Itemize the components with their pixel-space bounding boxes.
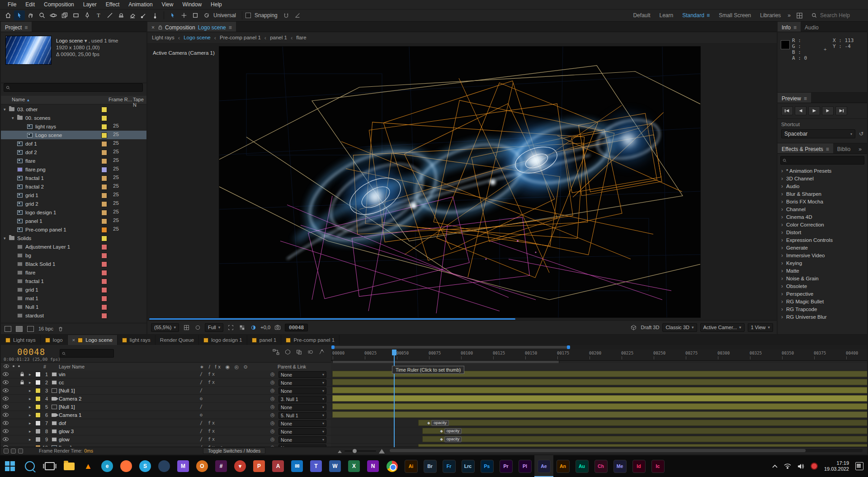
label-color-swatch[interactable] [101, 107, 107, 113]
layer-switches[interactable]: / fx [200, 427, 259, 435]
item-label[interactable]: 03. other [17, 107, 38, 112]
zoom-in-mountain-icon[interactable] [379, 449, 385, 453]
time-navigator[interactable] [331, 345, 867, 349]
taskbar-app-button[interactable]: M [174, 455, 193, 477]
zoom-out-mountain-icon[interactable] [338, 449, 342, 453]
effects-category-row[interactable]: › Expression Controls [778, 236, 867, 244]
scrollbar-thumb[interactable] [390, 449, 806, 452]
zoom-slider-track[interactable] [344, 450, 376, 452]
layer-duration-row[interactable]: ◆opacity [331, 435, 867, 444]
disclosure-chevron-icon[interactable]: › [781, 306, 783, 312]
effects-category-row[interactable]: › Color Correction [778, 221, 867, 228]
disclosure-chevron-icon[interactable]: › [781, 237, 783, 243]
layer-color-swatch[interactable] [35, 437, 41, 442]
item-label[interactable]: flare [25, 270, 35, 275]
parent-link-select[interactable]: None▾ [278, 371, 326, 378]
taskbar-app-button[interactable]: W [326, 455, 344, 477]
project-item-row[interactable]: ▾ fractal 1 25 [1, 174, 146, 182]
taskbar-app-button[interactable]: Ai [401, 455, 420, 477]
effects-category-label[interactable]: RG Magic Bullet [786, 299, 824, 304]
roto-brush-tool[interactable] [138, 10, 149, 20]
taskbar-app-button[interactable]: Pr [496, 455, 515, 477]
timeline-tab[interactable]: × light rays [118, 335, 156, 345]
column-frame-rate[interactable]: Frame R... [108, 97, 132, 102]
mask-toggle-icon[interactable] [193, 324, 202, 331]
pickwhip-icon[interactable]: ◎ [270, 370, 275, 378]
item-label[interactable]: grid 2 [25, 201, 38, 207]
parent-link-select[interactable]: 5. Null 1▾ [278, 412, 326, 419]
layer-switches[interactable]: / fx [200, 378, 259, 386]
label-color-swatch[interactable] [101, 210, 107, 216]
layer-duration-row[interactable]: ◆opacity [331, 427, 867, 435]
draft-3d-icon[interactable] [629, 324, 637, 331]
layer-color-swatch[interactable] [35, 429, 41, 434]
item-label[interactable]: panel 1 [25, 218, 42, 224]
breadcrumb-label[interactable]: panel 1 [270, 35, 287, 40]
exposure-icon[interactable] [249, 324, 257, 331]
disclosure-chevron-icon[interactable]: › [781, 206, 783, 213]
expand-arrow-icon[interactable]: ▸ [29, 403, 31, 411]
taskbar-app-button[interactable]: Id [629, 455, 648, 477]
expand-arrow-icon[interactable]: ▸ [29, 435, 31, 443]
project-search[interactable] [4, 83, 143, 92]
effects-category-row[interactable]: › Distort [778, 228, 867, 236]
taskbar-app-button[interactable]: N [363, 455, 382, 477]
menu-item[interactable]: Window [178, 0, 206, 9]
item-label[interactable]: light rays [35, 124, 56, 129]
magnification-select[interactable]: (55,5%)▾ [151, 323, 179, 332]
composition-tab[interactable]: × Composition Logo scene ≡ [147, 22, 236, 32]
item-label[interactable]: bg [25, 253, 31, 258]
layer-name[interactable]: cc [59, 378, 136, 386]
action-center-icon[interactable] [855, 462, 863, 470]
project-item-row[interactable]: ▾ flare 25 [1, 156, 146, 165]
menu-item[interactable]: Effect [102, 0, 123, 9]
effects-category-label[interactable]: Blur & Sharpen [786, 191, 821, 197]
item-label[interactable]: dof 2 [25, 150, 37, 155]
breadcrumb[interactable]: ‹ Logo scene [175, 34, 211, 41]
type-tool[interactable]: T [93, 10, 104, 20]
keyframe-label[interactable]: ◆opacity [440, 428, 462, 434]
motion-blur-icon[interactable] [307, 349, 313, 355]
timeline-tab[interactable]: × Pre-comp panel 1 [281, 335, 340, 345]
layer-color-swatch[interactable] [35, 380, 41, 385]
menu-item[interactable]: File [4, 0, 20, 9]
workspace-menu-icon[interactable]: ≡ [707, 12, 710, 19]
task-view-button[interactable] [40, 455, 60, 477]
time-ruler[interactable]: 0000000025000500007500100001250015000175… [331, 349, 867, 361]
layer-row[interactable]: ▸ 7 dof / fx ◎ None▾ [1, 419, 331, 427]
view-layout-select[interactable]: 1 View▾ [748, 323, 773, 332]
label-color-swatch[interactable] [101, 132, 107, 138]
draft-3d-icon[interactable] [285, 349, 291, 355]
playhead[interactable] [394, 349, 395, 447]
breadcrumb-label[interactable]: Light rays [152, 35, 175, 40]
project-item-row[interactable]: ▾ fractal 1 [1, 277, 146, 285]
taskbar-app-button[interactable]: Br [420, 455, 439, 477]
layer-name[interactable]: [Null 1] [59, 387, 136, 394]
taskbar-app-button[interactable]: ▾ [231, 455, 250, 477]
item-label[interactable]: Logo scene [35, 132, 62, 138]
label-color-swatch[interactable] [101, 304, 107, 310]
audio-tab[interactable]: Audio [801, 22, 823, 32]
label-color-swatch[interactable] [101, 279, 107, 284]
selection-tool[interactable] [14, 10, 25, 20]
project-item-row[interactable]: ▾ Null 1 [1, 302, 146, 311]
graph-editor-icon[interactable] [319, 349, 325, 355]
effects-search[interactable] [780, 156, 864, 165]
project-item-row[interactable]: ▾ dof 2 25 [1, 148, 146, 156]
disclosure-chevron-icon[interactable]: › [781, 291, 783, 297]
layer-duration-row[interactable] [331, 411, 867, 419]
parent-link-select[interactable]: None▾ [278, 379, 326, 386]
switches-header-icons[interactable]: ∗ / fx ◉ ◎ ⊙ [200, 364, 250, 369]
effects-category-row[interactable]: › Perspective [778, 290, 867, 298]
menu-item[interactable]: Composition [40, 0, 78, 9]
disclosure-triangle-icon[interactable]: ▾ [4, 107, 9, 112]
pickwhip-icon[interactable]: ◎ [270, 387, 275, 394]
label-color-swatch[interactable] [101, 193, 107, 198]
breadcrumb[interactable]: ‹ Light rays [152, 35, 175, 40]
label-color-swatch[interactable] [101, 175, 107, 181]
workspace-grid-button[interactable] [794, 10, 805, 20]
taskbar-app-button[interactable]: P [250, 455, 269, 477]
effects-category-label[interactable]: Distort [786, 230, 801, 235]
lock-toggle[interactable] [20, 370, 24, 378]
layer-row[interactable]: ▸ 5 [Null 1] / ◎ None▾ [1, 403, 331, 411]
